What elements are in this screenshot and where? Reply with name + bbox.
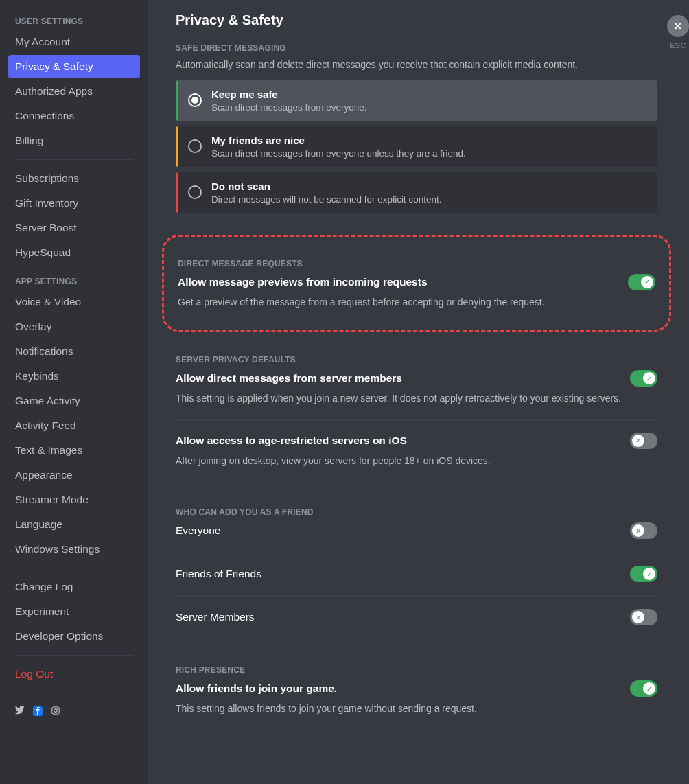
sidebar-item-streamer-mode[interactable]: Streamer Mode (8, 488, 140, 511)
sidebar-item-overlay[interactable]: Overlay (8, 315, 140, 338)
sidebar-item-windows-settings[interactable]: Windows Settings (8, 538, 140, 561)
radio-friends-nice[interactable]: My friends are nice Scan direct messages… (176, 126, 657, 167)
instagram-icon[interactable] (51, 706, 60, 717)
sidebar-item-server-boost[interactable]: Server Boost (8, 216, 140, 240)
sidebar-item-text-images[interactable]: Text & Images (8, 439, 140, 462)
close-icon: ✕ (667, 15, 689, 37)
radio-sub: Direct messages will not be scanned for … (211, 194, 441, 205)
x-icon: ✕ (632, 611, 644, 623)
toggle-allow-dm-server-members: Allow direct messages from server member… (176, 370, 657, 406)
friend-heading: WHO CAN ADD YOU AS A FRIEND (176, 507, 657, 517)
toggle-switch[interactable]: ✕ (630, 433, 657, 449)
server-privacy-heading: SERVER PRIVACY DEFAULTS (176, 355, 657, 365)
svg-point-2 (58, 708, 58, 708)
x-icon: ✕ (632, 435, 644, 447)
toggle-title: Server Members (176, 611, 255, 623)
toggle-switch[interactable]: ✓ (630, 370, 657, 387)
sidebar-item-change-log[interactable]: Change Log (8, 575, 140, 599)
sidebar-item-language[interactable]: Language (8, 513, 140, 536)
toggle-title: Allow message previews from incoming req… (178, 276, 428, 288)
divider (176, 553, 657, 553)
toggle-everyone: Everyone ✕ (176, 522, 657, 539)
sidebar-heading-user: USER SETTINGS (8, 14, 140, 30)
toggle-age-restricted-ios: Allow access to age-restricted servers o… (176, 433, 657, 468)
rich-presence-heading: RICH PRESENCE (176, 665, 657, 675)
safe-dm-radio-group: Keep me safe Scan direct messages from e… (176, 80, 657, 213)
sidebar-separator (15, 159, 133, 160)
radio-sub: Scan direct messages from everyone. (211, 102, 367, 113)
toggle-desc: After joining on desktop, view your serv… (176, 454, 657, 468)
sidebar-item-billing[interactable]: Billing (8, 129, 140, 152)
close-label: ESC (670, 41, 686, 49)
toggle-desc: Get a preview of the message from a requ… (178, 296, 655, 310)
toggle-switch[interactable]: ✕ (630, 522, 657, 539)
sidebar-item-logout[interactable]: Log Out (8, 662, 140, 686)
divider (176, 596, 657, 597)
toggle-title: Everyone (176, 524, 220, 537)
twitter-icon[interactable] (15, 706, 25, 717)
main-content: ✕ ESC Privacy & Safety SAFE DIRECT MESSA… (148, 0, 689, 784)
svg-point-1 (54, 709, 58, 713)
toggle-desc: This setting allows friends to join your… (176, 702, 657, 716)
toggle-server-members: Server Members ✕ (176, 609, 657, 625)
dm-requests-heading: DIRECT MESSAGE REQUESTS (178, 259, 655, 268)
divider (176, 419, 657, 420)
toggle-title: Allow access to age-restricted servers o… (176, 435, 407, 447)
sidebar-item-my-account[interactable]: My Account (8, 30, 140, 54)
sidebar-item-hypesquad[interactable]: HypeSquad (8, 241, 140, 264)
radio-sub: Scan direct messages from everyone unles… (211, 148, 466, 159)
close-button[interactable]: ✕ ESC (667, 15, 689, 49)
sidebar-item-experiment[interactable]: Experiment (8, 600, 140, 623)
toggle-title: Allow direct messages from server member… (176, 372, 402, 384)
check-icon: ✓ (643, 372, 655, 384)
page-title: Privacy & Safety (176, 12, 657, 28)
sidebar-separator (15, 655, 133, 656)
sidebar-item-developer-options[interactable]: Developer Options (8, 625, 140, 648)
radio-keep-me-safe[interactable]: Keep me safe Scan direct messages from e… (176, 80, 657, 121)
toggle-friends-of-friends: Friends of Friends ✓ (176, 566, 657, 582)
radio-icon (188, 139, 202, 153)
sidebar-item-authorized-apps[interactable]: Authorized Apps (8, 80, 140, 103)
safe-dm-heading: SAFE DIRECT MESSAGING (176, 43, 657, 53)
sidebar-separator (15, 693, 133, 693)
radio-title: My friends are nice (211, 135, 466, 146)
toggle-switch[interactable]: ✓ (630, 566, 657, 582)
toggle-switch[interactable]: ✕ (630, 609, 657, 625)
toggle-switch[interactable]: ✓ (628, 274, 655, 290)
toggle-title: Allow friends to join your game. (176, 682, 337, 695)
toggle-title: Friends of Friends (176, 568, 261, 580)
x-icon: ✕ (632, 524, 644, 537)
toggle-switch[interactable]: ✓ (630, 680, 657, 697)
settings-sidebar: USER SETTINGS My Account Privacy & Safet… (0, 0, 148, 784)
radio-do-not-scan[interactable]: Do not scan Direct messages will not be … (176, 172, 657, 213)
toggle-allow-friends-join: Allow friends to join your game. ✓ (176, 680, 657, 697)
sidebar-item-keybinds[interactable]: Keybinds (8, 365, 140, 388)
sidebar-item-subscriptions[interactable]: Subscriptions (8, 167, 140, 190)
sidebar-item-appearance[interactable]: Appearance (8, 463, 140, 487)
sidebar-item-connections[interactable]: Connections (8, 104, 140, 128)
toggle-allow-message-previews: Allow message previews from incoming req… (178, 274, 655, 290)
sidebar-item-voice-video[interactable]: Voice & Video (8, 290, 140, 314)
sidebar-item-privacy-safety[interactable]: Privacy & Safety (8, 55, 140, 78)
social-links: f (8, 700, 140, 717)
check-icon: ✓ (641, 276, 653, 288)
sidebar-separator (15, 568, 133, 568)
check-icon: ✓ (643, 568, 655, 580)
check-icon: ✓ (643, 682, 655, 695)
radio-title: Do not scan (211, 181, 441, 192)
sidebar-item-notifications[interactable]: Notifications (8, 340, 140, 363)
radio-icon (188, 185, 202, 199)
sidebar-item-gift-inventory[interactable]: Gift Inventory (8, 192, 140, 215)
sidebar-item-game-activity[interactable]: Game Activity (8, 389, 140, 413)
toggle-desc: This setting is applied when you join a … (176, 392, 657, 406)
facebook-icon[interactable]: f (33, 706, 43, 717)
safe-dm-desc: Automatically scan and delete direct mes… (176, 58, 657, 72)
radio-title: Keep me safe (211, 89, 367, 100)
radio-icon (188, 93, 202, 107)
sidebar-item-activity-feed[interactable]: Activity Feed (8, 414, 140, 437)
highlighted-section: DIRECT MESSAGE REQUESTS Allow message pr… (162, 235, 671, 332)
sidebar-heading-app: APP SETTINGS (8, 274, 140, 290)
